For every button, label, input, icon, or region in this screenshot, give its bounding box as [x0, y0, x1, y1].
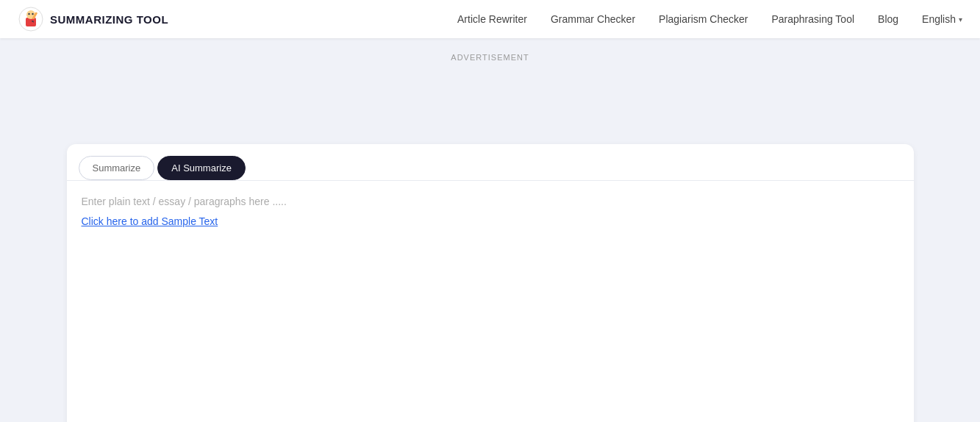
nav-paraphrasing-tool[interactable]: Paraphrasing Tool [771, 13, 854, 25]
sample-text-link[interactable]: Click here to add Sample Text [82, 215, 218, 227]
tab-ai-summarize[interactable]: AI Summarize [157, 156, 246, 180]
nav-plagiarism-checker[interactable]: Plagiarism Checker [659, 13, 748, 25]
ad-label: ADVERTISEMENT [67, 53, 914, 62]
main-content: ADVERTISEMENT Summarize AI Summarize Ent… [49, 38, 931, 422]
language-selector[interactable]: English ▾ [922, 13, 962, 25]
svg-point-3 [28, 13, 29, 15]
tab-summarize[interactable]: Summarize [79, 156, 155, 180]
svg-point-4 [32, 13, 33, 15]
brand-logo-link[interactable]: SUMMARIZING TOOL [18, 6, 168, 32]
brand-name: SUMMARIZING TOOL [50, 13, 168, 26]
brand-logo-icon [18, 6, 44, 32]
nav-links: Article Rewriter Grammar Checker Plagiar… [457, 12, 962, 26]
nav-blog[interactable]: Blog [878, 13, 898, 25]
tool-card: Summarize AI Summarize Enter plain text … [67, 144, 914, 422]
ad-space [67, 71, 914, 129]
textarea-placeholder: Enter plain text / essay / paragraphs he… [82, 196, 899, 207]
navbar: SUMMARIZING TOOL Article Rewriter Gramma… [0, 0, 980, 38]
chevron-down-icon: ▾ [959, 15, 962, 24]
tabs-bar: Summarize AI Summarize [67, 144, 914, 181]
nav-article-rewriter[interactable]: Article Rewriter [457, 13, 527, 25]
nav-grammar-checker[interactable]: Grammar Checker [551, 13, 635, 25]
text-area-container: Enter plain text / essay / paragraphs he… [67, 181, 914, 401]
language-label: English [922, 13, 956, 25]
